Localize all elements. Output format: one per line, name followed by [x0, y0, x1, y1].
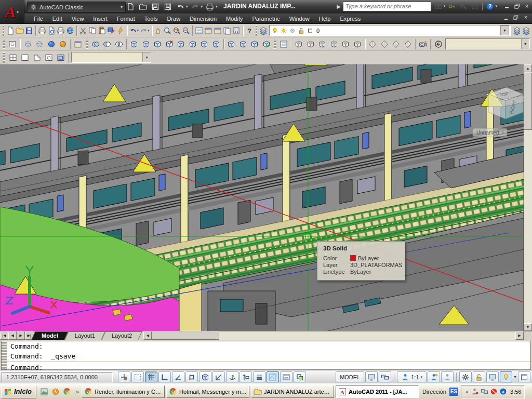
command-separator[interactable] [7, 362, 530, 362]
3d-move-button[interactable] [140, 38, 152, 50]
view-nw-iso-button[interactable] [402, 38, 413, 50]
tray-updater-icon[interactable]: a [499, 388, 507, 395]
tool-palettes-button[interactable] [213, 24, 222, 36]
horizontal-scrollbar[interactable]: ◀ ▶ [143, 331, 524, 340]
create-camera-button[interactable] [417, 38, 429, 50]
3d-erase-button[interactable] [163, 38, 175, 50]
single-viewport-button[interactable] [19, 51, 31, 63]
toolbar-grip[interactable] [256, 25, 257, 36]
tray-chevron-icon[interactable]: « [464, 389, 470, 395]
vs-realistic-button[interactable] [45, 38, 57, 50]
layer-thaw-icon[interactable] [280, 27, 287, 34]
view-right-button[interactable] [328, 38, 340, 50]
tab-model[interactable]: Model [33, 331, 66, 340]
boundary-button[interactable] [7, 38, 18, 50]
chevron-down-icon[interactable]: ▾ [444, 4, 446, 8]
shell-button[interactable] [249, 38, 260, 50]
viewport-scale-dropdown[interactable]: ▼ [71, 52, 151, 63]
menu-modify[interactable]: Modify [221, 15, 247, 23]
open-button[interactable] [15, 24, 24, 36]
quicklaunch-show-desktop-icon[interactable] [39, 387, 49, 397]
doc-minimize-button[interactable] [502, 15, 510, 21]
ortho-mode-toggle[interactable] [158, 371, 171, 382]
layer-unlock-icon[interactable] [298, 27, 305, 34]
cut-button[interactable] [78, 24, 88, 36]
scroll-left-button[interactable]: ◀ [143, 331, 152, 340]
menu-help[interactable]: Help [314, 15, 336, 23]
zoom-previous-button[interactable] [181, 24, 191, 36]
prev-tab-button[interactable]: ◀ [8, 331, 17, 340]
polar-tracking-toggle[interactable] [172, 371, 184, 382]
menu-tools[interactable]: Tools [140, 15, 163, 23]
quickcalc-button[interactable] [232, 24, 241, 36]
transparency-toggle[interactable] [267, 371, 279, 382]
view-ne-iso-button[interactable] [390, 38, 402, 50]
communication-center-icon[interactable] [458, 1, 469, 11]
infocenter-expand-arrow[interactable]: ▶ [337, 4, 341, 9]
polygonal-viewport-button[interactable] [31, 51, 43, 63]
plot-button[interactable] [37, 24, 47, 36]
snap-mode-toggle[interactable] [131, 371, 144, 382]
chevron-down-icon[interactable]: ▾ [495, 4, 497, 8]
vs-2d-wireframe-button[interactable] [22, 38, 33, 50]
application-menu-button[interactable]: A▾ [0, 0, 24, 24]
3d-box-button[interactable] [128, 38, 140, 50]
menu-parametric[interactable]: Parametric [247, 15, 284, 23]
save-button[interactable] [150, 1, 161, 12]
view-bottom-button[interactable] [305, 38, 316, 50]
chevron-down-icon[interactable]: ▼ [500, 25, 509, 35]
view-left-button[interactable] [316, 38, 328, 50]
help-icon[interactable]: ? [485, 1, 495, 11]
chevron-expand-icon[interactable]: » [75, 389, 80, 395]
chevron-down-icon[interactable]: ▾ [216, 5, 218, 9]
object-snap-tracking-toggle[interactable] [212, 371, 225, 382]
plot-preview-button[interactable] [47, 24, 56, 36]
toolbar-grip[interactable] [274, 39, 276, 49]
properties-button[interactable] [194, 24, 204, 36]
next-tab-button[interactable]: ▶ [17, 331, 25, 340]
3d-copy-button[interactable] [152, 38, 163, 50]
viewcube-ucs-label[interactable]: Unnamed. [473, 128, 507, 137]
toolbar-grip[interactable] [3, 52, 5, 63]
first-tab-button[interactable]: |◀ [0, 331, 8, 340]
workspace-switcher[interactable]: AutoCAD Classic ▾ [27, 2, 126, 12]
toolbar-grip[interactable] [3, 25, 4, 36]
task-button[interactable]: Hotmail, Messenger y más... [166, 385, 249, 398]
menu-edit[interactable]: Edit [48, 15, 67, 23]
plot-button[interactable] [204, 1, 216, 12]
manage-visual-styles-button[interactable] [72, 38, 84, 50]
model-space-button[interactable]: MODEL [336, 371, 364, 382]
make-object-layer-current-button[interactable] [512, 24, 522, 36]
selection-cycling-toggle[interactable] [294, 371, 306, 382]
redo-button[interactable] [190, 1, 201, 12]
drawing-area[interactable]: TOP RIGHT Unnamed. 3D Solid ColorByLayer… [0, 64, 532, 331]
layer-vpfreeze-icon[interactable] [289, 27, 296, 34]
lineweight-toggle[interactable] [253, 371, 265, 382]
new-button[interactable] [6, 24, 15, 36]
subtract-button[interactable] [101, 38, 113, 50]
chevron-down-icon[interactable]: ▾ [186, 5, 188, 9]
view-top-button[interactable] [293, 38, 304, 50]
infer-constraints-toggle[interactable] [118, 371, 130, 382]
publish-web-button[interactable] [65, 24, 75, 36]
3d-object-snap-toggle[interactable] [199, 371, 211, 382]
designcenter-button[interactable] [204, 24, 213, 36]
tray-messenger-offline-icon[interactable] [471, 388, 479, 395]
union-button[interactable] [90, 38, 101, 50]
layer-control-dropdown[interactable]: 0▼ [269, 25, 511, 36]
imprint-button[interactable] [225, 38, 237, 50]
zoom-window-button[interactable] [172, 24, 181, 36]
toolbar-grip[interactable] [86, 39, 88, 49]
open-button[interactable] [137, 1, 149, 12]
toolbar-grip[interactable] [3, 39, 5, 49]
scroll-right-button[interactable]: ▶ [515, 331, 524, 340]
save-button[interactable] [24, 24, 34, 36]
layer-properties-manager-button[interactable] [259, 24, 268, 36]
address-toolbar[interactable]: Dirección ES [422, 388, 458, 396]
pan-button[interactable] [153, 24, 163, 36]
3d-align-button[interactable] [198, 38, 210, 50]
menu-window[interactable]: Window [285, 15, 314, 23]
doc-restore-button[interactable] [512, 15, 520, 21]
new-button[interactable] [125, 1, 136, 12]
dynamic-ucs-toggle[interactable] [226, 371, 238, 382]
